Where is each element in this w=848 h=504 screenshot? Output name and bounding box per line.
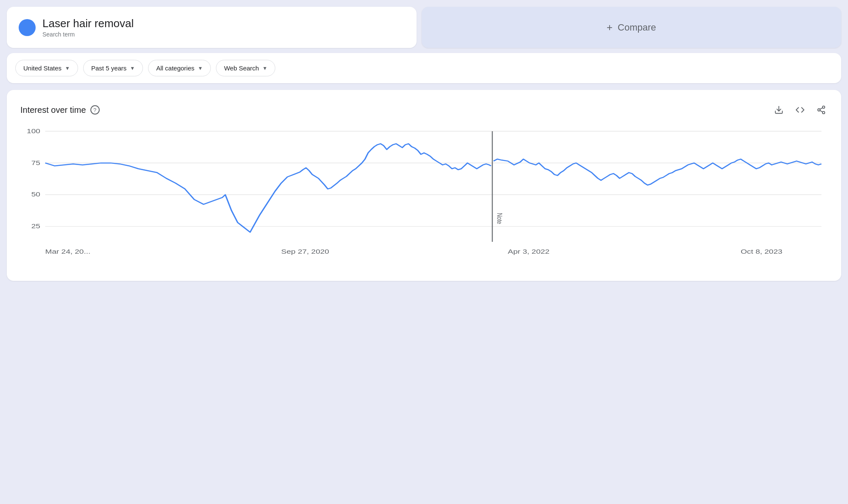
svg-text:75: 75 [31, 160, 40, 166]
chart-title-group: Interest over time ? [20, 105, 100, 115]
search-term-text: Laser hair removal Search term [42, 17, 134, 38]
compare-plus-icon: + [607, 22, 613, 34]
search-term-card: Laser hair removal Search term [7, 7, 417, 48]
category-filter-label: All categories [156, 64, 194, 72]
chart-actions [772, 104, 828, 116]
search-term-sublabel: Search term [42, 31, 134, 38]
search-type-chevron-icon: ▼ [262, 65, 267, 71]
category-filter[interactable]: All categories ▼ [148, 60, 211, 76]
embed-button[interactable] [794, 104, 806, 116]
svg-text:25: 25 [31, 223, 40, 230]
chart-header: Interest over time ? [20, 104, 828, 116]
chart-title: Interest over time [20, 105, 86, 115]
help-icon[interactable]: ? [90, 105, 100, 115]
svg-text:Apr 3, 2022: Apr 3, 2022 [508, 248, 549, 255]
search-type-filter[interactable]: Web Search ▼ [216, 60, 275, 76]
svg-text:Mar 24, 20...: Mar 24, 20... [45, 248, 91, 255]
time-filter[interactable]: Past 5 years ▼ [83, 60, 143, 76]
download-button[interactable] [772, 104, 785, 116]
compare-card[interactable]: + Compare [422, 7, 842, 48]
chart-area: 100 75 50 25 Note Mar 24, 20... Sep 27, … [20, 126, 828, 271]
svg-text:100: 100 [27, 128, 40, 134]
search-term-title: Laser hair removal [42, 17, 134, 30]
svg-text:50: 50 [31, 191, 40, 198]
compare-label: Compare [618, 22, 656, 33]
filters-card: United States ▼ Past 5 years ▼ All categ… [7, 53, 841, 83]
location-filter-label: United States [23, 64, 62, 72]
location-filter[interactable]: United States ▼ [15, 60, 78, 76]
search-type-filter-label: Web Search [224, 64, 259, 72]
time-chevron-icon: ▼ [130, 65, 135, 71]
category-chevron-icon: ▼ [198, 65, 203, 71]
svg-text:Sep 27, 2020: Sep 27, 2020 [281, 248, 329, 255]
svg-line-4 [820, 110, 823, 112]
svg-line-5 [820, 108, 823, 109]
search-term-dot [19, 19, 36, 36]
svg-text:Note: Note [496, 213, 504, 224]
location-chevron-icon: ▼ [65, 65, 70, 71]
share-button[interactable] [815, 104, 828, 116]
svg-text:Oct 8, 2023: Oct 8, 2023 [741, 248, 782, 255]
chart-card: Interest over time ? [7, 90, 841, 281]
time-filter-label: Past 5 years [91, 64, 126, 72]
